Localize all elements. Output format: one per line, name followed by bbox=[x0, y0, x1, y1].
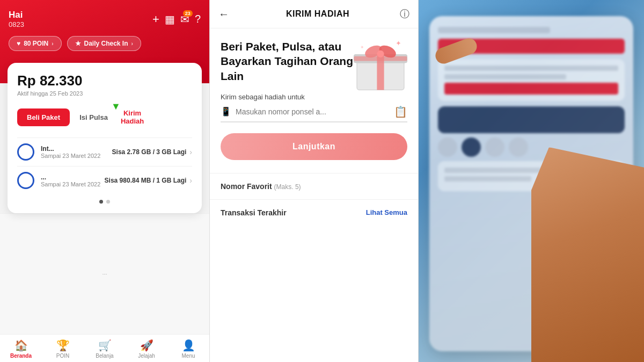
mail-badge: 23 bbox=[183, 10, 193, 17]
phone-number: 0823 bbox=[9, 20, 24, 28]
mid-content: Beri Paket, Pulsa, atau Bayarkan Tagihan… bbox=[210, 28, 418, 362]
nomor-favorit-section: Nomor Favorit (Maks. 5) bbox=[221, 182, 407, 191]
kirim-hadiah-label: KirimHadiah bbox=[121, 109, 144, 125]
trophy-icon: 🏆 bbox=[56, 339, 70, 352]
page-title: KIRIM HADIAH bbox=[236, 9, 400, 19]
isi-pulsa-button[interactable]: Isi Pulsa bbox=[74, 108, 113, 126]
greeting-area: Hai 0823 bbox=[9, 10, 24, 28]
data-name-1: Int... bbox=[41, 145, 112, 153]
chevron-right-icon: › bbox=[52, 41, 53, 47]
beli-paket-button[interactable]: Beli Paket bbox=[17, 108, 70, 126]
data-name-2: ... bbox=[41, 173, 105, 181]
cart-icon: 🛒 bbox=[98, 339, 112, 352]
nomor-favorit-label: Nomor Favorit bbox=[221, 182, 272, 191]
nav-menu-label: Menu bbox=[181, 353, 195, 359]
divider-1 bbox=[210, 173, 418, 173]
header-icons: + ▦ ✉ 23 ? bbox=[152, 12, 201, 26]
chevron-right-data1: › bbox=[189, 148, 192, 156]
mid-header: ← KIRIM HADIAH ⓘ bbox=[210, 0, 418, 28]
home-icon: 🏠 bbox=[14, 339, 28, 352]
promo-text: ··· bbox=[102, 271, 107, 277]
data-row-mb[interactable]: ... Sampai 23 Maret 2022 Sisa 980.84 MB … bbox=[17, 166, 192, 194]
info-icon[interactable]: ⓘ bbox=[400, 8, 409, 20]
back-button[interactable]: ← bbox=[218, 8, 229, 20]
maks-label: (Maks. 5) bbox=[274, 183, 301, 191]
background-photo bbox=[419, 0, 644, 362]
left-phone: Hai 0823 + ▦ ✉ 23 ? ♥ bbox=[0, 0, 209, 362]
middle-phone: ← KIRIM HADIAH ⓘ Beri Paket, Pulsa, atau… bbox=[209, 0, 419, 362]
daily-checkin-button[interactable]: ★ Daily Check In › bbox=[67, 36, 141, 51]
data-circle-1 bbox=[17, 143, 34, 161]
phone-icon: 📱 bbox=[221, 106, 231, 117]
nav-beranda-label: Beranda bbox=[10, 353, 32, 359]
greeting-text: Hai bbox=[9, 10, 24, 20]
balance-amount: Rp 82.330 bbox=[17, 73, 192, 89]
star-icon: ★ bbox=[75, 40, 81, 47]
hand-overlay bbox=[531, 147, 644, 362]
carousel-dots bbox=[17, 194, 192, 206]
hero-title: Beri Paket, Pulsa, atau Bayarkan Tagihan… bbox=[221, 39, 360, 83]
data-info-2: ... Sampai 23 Maret 2022 bbox=[41, 173, 105, 187]
daily-checkin-label: Daily Check In bbox=[84, 40, 128, 47]
data-circle-2 bbox=[17, 172, 34, 189]
add-icon[interactable]: + bbox=[152, 12, 159, 26]
transaksi-row: Transaksi Terakhir Lihat Semua bbox=[221, 208, 407, 217]
contacts-icon[interactable]: 📋 bbox=[394, 105, 407, 118]
data-amount-1: Sisa 2.78 GB / 3 GB Lagi bbox=[112, 148, 187, 156]
svg-point-7 bbox=[377, 50, 384, 57]
kirim-hadiah-button[interactable]: KirimHadiah bbox=[118, 104, 147, 130]
phone-input-wrap: 📱 📋 bbox=[221, 105, 407, 122]
svg-text:✦: ✦ bbox=[360, 45, 364, 50]
help-icon[interactable]: ? bbox=[195, 13, 201, 25]
nav-jelajah-label: Jelajah bbox=[138, 353, 155, 359]
arrow-down-icon: ▼ bbox=[111, 101, 121, 112]
nav-beranda[interactable]: 🏠 Beranda bbox=[0, 339, 42, 359]
nav-poin[interactable]: 🏆 POIN bbox=[42, 339, 84, 359]
data-amount-2: Sisa 980.84 MB / 1 GB Lagi bbox=[105, 177, 187, 184]
heart-icon: ♥ bbox=[17, 40, 20, 47]
lihat-semua-link[interactable]: Lihat Semua bbox=[366, 208, 407, 216]
data-sub-2: Sampai 23 Maret 2022 bbox=[41, 181, 105, 187]
gift-image: ✦ ✦ bbox=[348, 34, 413, 93]
nav-belanja-label: Belanja bbox=[96, 353, 113, 359]
lanjutkan-button[interactable]: Lanjutkan bbox=[221, 133, 407, 160]
bottom-nav: 🏠 Beranda 🏆 POIN 🛒 Belanja 🚀 Jelajah 👤 M… bbox=[0, 334, 209, 362]
points-button[interactable]: ♥ 80 POIN › bbox=[9, 36, 62, 51]
data-sub-1: Sampai 23 Maret 2022 bbox=[41, 153, 112, 159]
action-buttons: ▼ Beli Paket Isi Pulsa KirimHadiah bbox=[17, 104, 192, 130]
nav-belanja[interactable]: 🛒 Belanja bbox=[84, 339, 126, 359]
dot-2 bbox=[106, 200, 110, 204]
nav-menu[interactable]: 👤 Menu bbox=[167, 339, 209, 359]
phone-number-input[interactable] bbox=[236, 107, 394, 116]
divider-2 bbox=[210, 199, 418, 200]
svg-text:✦: ✦ bbox=[396, 39, 401, 47]
chevron-right-icon2: › bbox=[131, 41, 133, 47]
send-label: Kirim sebagai hadiah untuk bbox=[221, 93, 407, 101]
qr-icon[interactable]: ▦ bbox=[165, 13, 175, 26]
transaksi-label: Transaksi Terakhir bbox=[221, 208, 287, 217]
data-row-internet[interactable]: Int... Sampai 23 Maret 2022 Sisa 2.78 GB… bbox=[17, 137, 192, 166]
pill-row: ♥ 80 POIN › ★ Daily Check In › bbox=[9, 36, 201, 51]
chevron-right-data2: › bbox=[189, 176, 192, 185]
nav-jelajah[interactable]: 🚀 Jelajah bbox=[126, 339, 167, 359]
dot-1 bbox=[99, 200, 103, 204]
rocket-icon: 🚀 bbox=[140, 339, 153, 352]
user-icon: 👤 bbox=[182, 339, 195, 352]
mail-icon[interactable]: ✉ 23 bbox=[180, 13, 189, 26]
balance-expiry: Aktif hingga 25 Feb 2023 bbox=[17, 90, 192, 97]
data-info-1: Int... Sampai 23 Maret 2022 bbox=[41, 145, 112, 159]
balance-card: Rp 82.330 Aktif hingga 25 Feb 2023 ▼ Bel… bbox=[8, 63, 202, 213]
nav-poin-label: POIN bbox=[56, 353, 69, 359]
points-label: 80 POIN bbox=[24, 40, 48, 47]
promo-area: ··· bbox=[0, 213, 209, 334]
